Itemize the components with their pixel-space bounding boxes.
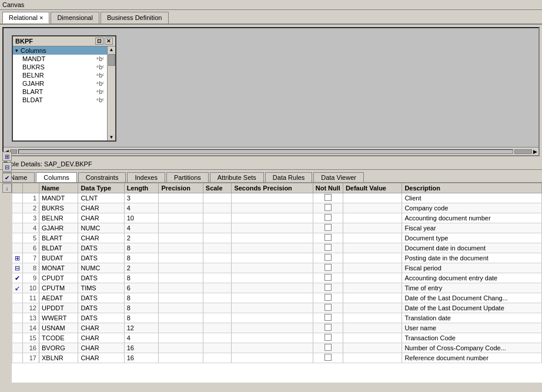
row-notnull (313, 313, 343, 323)
tab-attribute-sets[interactable]: Attribute Sets (210, 172, 264, 182)
row-scale (203, 283, 232, 293)
row-default (343, 223, 402, 233)
row-seconds (232, 243, 313, 253)
row-icon-cell (12, 243, 23, 253)
row-notnull (313, 223, 343, 233)
columns-table: Name Data Type Length Precision Scale Se… (12, 183, 542, 363)
nav-icon-1[interactable]: ⊞ (2, 152, 12, 161)
tab-dimensional[interactable]: Dimensional (51, 12, 99, 24)
row-notnull (313, 263, 343, 273)
row-number: 7 (23, 253, 39, 263)
row-default (343, 273, 402, 283)
table-row: 11 AEDAT DATS 8 Date of the Last Documen… (12, 293, 542, 303)
widget-restore-btn[interactable]: ⊡ (95, 38, 103, 45)
row-name: TCODE (39, 333, 78, 343)
row-scale (203, 293, 232, 303)
row-length: 4 (124, 223, 159, 233)
row-scale (203, 233, 232, 243)
row-length: 4 (124, 203, 159, 213)
row-name: AEDAT (39, 293, 78, 303)
table-row: 3 BELNR CHAR 10 Accounting document numb… (12, 213, 542, 223)
th-default: Default Value (343, 183, 402, 193)
tab-relational[interactable]: Relational × (2, 12, 49, 24)
row-description: Posting date in the document (402, 253, 542, 263)
col-row-3: BELNRᵃbᶜ (13, 71, 109, 79)
widget-close-btn[interactable]: ✕ (105, 38, 113, 45)
row-notnull (313, 193, 343, 203)
row-icon-cell (12, 193, 23, 203)
row-number: 3 (23, 213, 39, 223)
row-number: 17 (23, 353, 39, 363)
table-row: 12 UPDDT DATS 8 Date of the Last Documen… (12, 303, 542, 313)
tab-data-rules[interactable]: Data Rules (265, 172, 312, 182)
row-datatype: NUMC (78, 223, 124, 233)
row-icon-cell (12, 313, 23, 323)
th-icon (12, 183, 23, 193)
row-seconds (232, 213, 313, 223)
table-row: 14 USNAM CHAR 12 User name (12, 323, 542, 333)
nav-icon-3[interactable]: ✔ (2, 173, 12, 182)
row-default (343, 253, 402, 263)
row-description: Number of Cross-Company Code... (402, 343, 542, 353)
row-seconds (232, 193, 313, 203)
row-description: Transaction Code (402, 333, 542, 343)
nav-icon-4[interactable]: ↓ (2, 183, 12, 193)
row-scale (203, 273, 232, 283)
row-datatype: CHAR (78, 323, 124, 333)
row-datatype: DATS (78, 273, 124, 283)
row-notnull (313, 303, 343, 313)
th-length: Length (124, 183, 159, 193)
row-notnull (313, 293, 343, 303)
th-description: Description (402, 183, 542, 193)
row-default (343, 303, 402, 313)
nav-icon-2[interactable]: ⊟ (2, 162, 12, 172)
row-number: 6 (23, 243, 39, 253)
row-number: 9 (23, 273, 39, 283)
row-seconds (232, 283, 313, 293)
th-scale: Scale (203, 183, 232, 193)
table-row: 6 BLDAT DATS 8 Document date in document (12, 243, 542, 253)
row-icon-cell (12, 293, 23, 303)
table-row: 1 MANDT CLNT 3 Client (12, 193, 542, 203)
row-notnull (313, 333, 343, 343)
title-bar: Canvas (0, 0, 542, 10)
row-description: Date of the Last Document Chang... (402, 293, 542, 303)
row-precision (159, 203, 203, 213)
row-icon-cell (12, 223, 23, 233)
row-precision (159, 333, 203, 343)
row-seconds (232, 223, 313, 233)
col-row-1: MANDTᵃbᶜ (13, 55, 109, 63)
scroll-right-icon[interactable]: ▶ (533, 149, 537, 155)
col-row-6: BLDATᵃbᶜ (13, 96, 109, 104)
row-description: Date of the Last Document Update (402, 303, 542, 313)
row-scale (203, 213, 232, 223)
row-datatype: NUMC (78, 263, 124, 273)
row-number: 16 (23, 343, 39, 353)
row-icon-cell: ↙ (12, 283, 23, 293)
row-number: 2 (23, 203, 39, 213)
row-seconds (232, 353, 313, 363)
row-datatype: DATS (78, 293, 124, 303)
th-seconds: Seconds Precision (232, 183, 313, 193)
col-row-4: GJAHRᵃbᶜ (13, 79, 109, 88)
row-datatype: DATS (78, 253, 124, 263)
table-row: 17 XBLNR CHAR 16 Reference document numb… (12, 353, 542, 363)
tab-data-viewer[interactable]: Data Viewer (313, 172, 364, 182)
tab-partitions[interactable]: Partitions (166, 172, 209, 182)
row-scale (203, 333, 232, 343)
th-datatype: Data Type (78, 183, 124, 193)
row-name: USNAM (39, 323, 78, 333)
row-notnull (313, 353, 343, 363)
row-scale (203, 223, 232, 233)
row-default (343, 193, 402, 203)
tab-columns[interactable]: Columns (36, 172, 76, 182)
tab-business[interactable]: Business Definition (101, 12, 169, 24)
row-seconds (232, 303, 313, 313)
data-table-area[interactable]: Name Data Type Length Precision Scale Se… (12, 183, 542, 383)
details-tab-bar: Name Columns Constraints Indexes Partiti… (0, 170, 542, 183)
tab-constraints[interactable]: Constraints (78, 172, 126, 182)
tab-indexes[interactable]: Indexes (127, 172, 165, 182)
table-widget-header: BKPF ⊡ ✕ (13, 36, 115, 46)
row-number: 14 (23, 323, 39, 333)
row-default (343, 293, 402, 303)
